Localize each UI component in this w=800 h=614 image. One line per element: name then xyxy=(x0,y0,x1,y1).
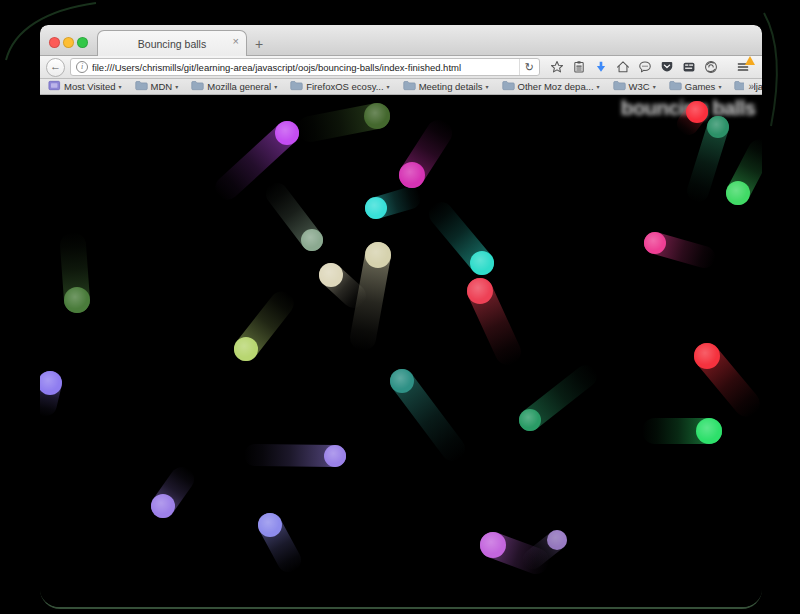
ball-dark-olive xyxy=(364,103,390,129)
close-window-button[interactable] xyxy=(49,37,60,48)
bookmark-star-icon[interactable] xyxy=(549,60,564,75)
addon-icon[interactable] xyxy=(703,60,718,75)
bookmarks-toolbar: Most Visited▾MDN▾Mozilla general▾Firefox… xyxy=(40,79,762,95)
ball-orchid xyxy=(480,532,506,558)
bookmark-folder-other-moz-depa[interactable]: Other Moz depa...▾ xyxy=(502,80,600,93)
ball-violet xyxy=(275,121,299,145)
zoom-window-button[interactable] xyxy=(77,37,88,48)
ball-cream xyxy=(319,263,343,287)
chevron-down-icon: ▾ xyxy=(486,83,489,90)
folder-icon xyxy=(669,80,682,93)
folder-icon xyxy=(290,80,303,93)
page-info-icon[interactable]: i xyxy=(76,61,88,73)
folder-icon xyxy=(502,80,515,93)
url-bar[interactable]: i file:///Users/chrismills/git/learning-… xyxy=(70,58,540,76)
bookmark-label: Meeting details xyxy=(419,81,483,92)
hello-bubble-icon[interactable] xyxy=(637,60,652,75)
bookmark-folder-meeting-details[interactable]: Meeting details▾ xyxy=(403,80,489,93)
bookmark-label: Other Moz depa... xyxy=(518,81,594,92)
folder-icon xyxy=(191,80,204,93)
chevron-down-icon: ▾ xyxy=(175,83,178,90)
download-icon[interactable] xyxy=(593,60,608,75)
bookmark-label: W3C xyxy=(629,81,650,92)
ball-teal-top xyxy=(707,116,729,138)
bookmark-folder-mdn[interactable]: MDN▾ xyxy=(135,80,179,93)
folder-icon xyxy=(135,80,148,93)
page-content: bouncing balls xyxy=(40,95,762,607)
bookmarks-overflow-chevron[interactable]: » xyxy=(744,81,754,92)
ball-periwinkle-mid xyxy=(258,513,282,537)
bookmark-folder-mozilla-general[interactable]: Mozilla general▾ xyxy=(191,80,277,93)
ball-sea-green xyxy=(519,409,541,431)
navigation-toolbar: ← i file:///Users/chrismills/git/learnin… xyxy=(40,56,762,79)
bookmark-label: Most Visited xyxy=(64,81,116,92)
warning-badge-icon xyxy=(745,56,755,65)
ball-teal-mid xyxy=(390,369,414,393)
folder-icon xyxy=(403,80,416,93)
toolbar-icons xyxy=(549,60,750,75)
bookmark-folder-most-visited[interactable]: Most Visited▾ xyxy=(48,80,122,93)
bookmark-folder-games[interactable]: Games▾ xyxy=(669,80,722,93)
bookmark-label: FirefoxOS ecosy... xyxy=(306,81,383,92)
ball-bright-green xyxy=(726,181,750,205)
bookmark-folder-w3c[interactable]: W3C▾ xyxy=(613,80,656,93)
ball-deep-pink xyxy=(644,232,666,254)
ball-magenta xyxy=(399,162,425,188)
title-bar: Bouncing balls × + xyxy=(40,25,762,56)
minimize-window-button[interactable] xyxy=(63,37,74,48)
tab-title: Bouncing balls xyxy=(138,38,206,50)
ball-spring-green xyxy=(696,418,722,444)
ball-turquoise xyxy=(470,251,494,275)
chevron-down-icon: ▾ xyxy=(387,83,390,90)
menu-icon[interactable] xyxy=(735,60,750,75)
bookmark-label: Mozilla general xyxy=(207,81,271,92)
chevron-down-icon: ▾ xyxy=(274,83,277,90)
ball-heading-red xyxy=(686,101,708,123)
ball-orchid-ghost xyxy=(547,530,567,550)
chevron-down-icon: ▾ xyxy=(718,83,721,90)
ball-khaki xyxy=(365,242,391,268)
most-visited-icon xyxy=(48,80,61,93)
ball-purple-streak xyxy=(324,445,346,467)
home-icon[interactable] xyxy=(615,60,630,75)
chevron-down-icon: ▾ xyxy=(653,83,656,90)
reading-list-icon[interactable] xyxy=(571,60,586,75)
ball-layer xyxy=(40,95,762,607)
tab-close-icon[interactable]: × xyxy=(233,36,239,47)
ball-cyan-small xyxy=(365,197,387,219)
ball-forest-green xyxy=(64,287,90,313)
browser-window: Bouncing balls × + ← i file:///Users/chr… xyxy=(40,25,762,609)
youtube-icon[interactable] xyxy=(681,60,696,75)
ball-red xyxy=(694,343,720,369)
chevron-down-icon: ▾ xyxy=(119,83,122,90)
ball-purple-low xyxy=(151,494,175,518)
bookmark-label: MDN xyxy=(151,81,173,92)
new-tab-button[interactable]: + xyxy=(255,37,263,51)
chevron-down-icon: ▾ xyxy=(597,83,600,90)
ball-yellow-green xyxy=(234,337,258,361)
ball-sage xyxy=(301,229,323,251)
ball-crimson xyxy=(467,278,493,304)
tab-bouncing-balls[interactable]: Bouncing balls × xyxy=(97,30,247,56)
folder-icon xyxy=(613,80,626,93)
url-text: file:///Users/chrismills/git/learning-ar… xyxy=(92,62,519,73)
pocket-icon[interactable] xyxy=(659,60,674,75)
back-button[interactable]: ← xyxy=(46,58,65,77)
reload-button[interactable]: ↻ xyxy=(519,59,539,75)
bookmark-folder-firefoxos-ecosy[interactable]: FirefoxOS ecosy...▾ xyxy=(290,80,389,93)
bookmark-label: Games xyxy=(685,81,716,92)
